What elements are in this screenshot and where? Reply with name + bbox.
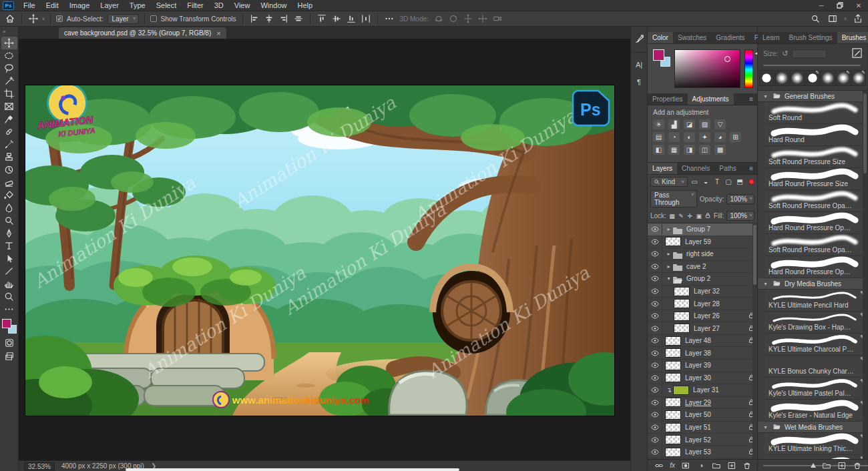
group-twisty-icon[interactable]: ▸ [665, 264, 672, 270]
panel-color-swatches[interactable] [653, 49, 670, 67]
brush-preset-tile[interactable]: Hard Round [765, 124, 867, 146]
layer-group-row[interactable]: ▸right side [648, 248, 757, 261]
recent-brush-tile[interactable] [790, 70, 805, 86]
layer-group-row[interactable]: ▸cave 2 [648, 261, 757, 274]
brush-group-header[interactable]: ▾Wet Media Brushes [758, 422, 867, 433]
tool-eraser[interactable] [1, 176, 17, 189]
adjustment-hue-saturation-icon[interactable]: ▤ [653, 132, 664, 142]
tool-edit-toolbar[interactable] [1, 303, 17, 316]
tool-shape[interactable] [1, 265, 17, 278]
workspace-switcher-icon[interactable] [827, 13, 839, 24]
tool-type[interactable] [1, 240, 17, 252]
visibility-eye-icon[interactable] [648, 434, 662, 446]
layer-row[interactable]: Layer 27 [648, 322, 757, 335]
tool-preset-chevron[interactable]: ˅ [42, 17, 45, 21]
layer-thumbnail[interactable] [665, 448, 681, 457]
tool-path-select[interactable] [1, 252, 17, 265]
layer-row[interactable]: Layer 59 [648, 236, 757, 249]
distribute-left-icon[interactable] [316, 13, 328, 24]
adjustment-photo-filter-icon[interactable]: ✦ [699, 132, 710, 142]
adjustment-levels-icon[interactable]: ▟ [668, 119, 680, 129]
layer-row[interactable]: Layer 30 [648, 372, 757, 385]
adjustment-channel-mixer-icon[interactable]: ◕ [714, 132, 726, 142]
tool-blur[interactable] [1, 201, 17, 214]
layer-group-row[interactable]: ▾Group 2 [648, 273, 757, 286]
adjustment-exposure-icon[interactable]: ▨ [699, 119, 710, 129]
layer-style-icon[interactable]: fx [670, 462, 675, 469]
tool-eyedropper[interactable] [1, 113, 17, 125]
brush-preset-tile[interactable]: ✎KYLE Ultimate Inking Thick 'n... [765, 433, 867, 455]
menu-select[interactable]: Select [151, 0, 182, 11]
menu-edit[interactable]: Edit [41, 0, 64, 11]
visibility-eye-icon[interactable] [648, 322, 662, 334]
share-icon[interactable] [852, 13, 864, 24]
layer-row[interactable]: Layer 29 [648, 397, 757, 410]
brush-preset-tile[interactable]: Soft Round Pressure Opacity a... [765, 234, 867, 256]
adjustment-black-white-icon[interactable]: ◐ [684, 132, 695, 142]
visibility-eye-icon[interactable] [648, 372, 662, 384]
layer-group-row[interactable]: ▸Group 7 [648, 223, 757, 236]
adjustments-tab-properties[interactable]: Properties [648, 93, 688, 105]
paragraph-panel-icon[interactable]: ¶ [632, 75, 646, 89]
visibility-eye-icon[interactable] [648, 286, 662, 298]
recent-brush-tile[interactable] [821, 70, 835, 86]
adjustment-brightness-contrast-icon[interactable]: ☀ [653, 119, 664, 129]
new-brush-group-icon[interactable] [822, 462, 831, 470]
visibility-eye-icon[interactable] [648, 335, 662, 347]
show-transform-checkbox[interactable] [150, 15, 157, 22]
layer-thumbnail[interactable] [665, 237, 681, 246]
tools-collapse-icon[interactable]: » [0, 28, 8, 37]
brush-preset-tile[interactable]: ✎KYLE Bonus Chunky Charcoal [765, 356, 867, 378]
brushes-tab-brushes[interactable]: Brushes [837, 32, 868, 43]
color-tab-color[interactable]: Color [648, 32, 673, 43]
filter-type-layers-icon[interactable]: T [712, 178, 722, 185]
blend-mode-dropdown[interactable]: Pass Through [650, 190, 697, 207]
layer-row[interactable]: Layer 38 [648, 347, 757, 360]
brushes-tab-brush-settings[interactable]: Brush Settings [785, 32, 837, 43]
brush-group-header[interactable]: ▾General Brushes [758, 91, 867, 102]
filter-smart-objects-icon[interactable]: ⬒ [735, 178, 744, 185]
workspace-chevron[interactable]: ˅ [844, 17, 847, 21]
distribute-bottom-icon[interactable] [345, 13, 357, 24]
tool-lasso[interactable] [1, 62, 17, 75]
reset-size-icon[interactable]: ↺ [782, 49, 788, 58]
brush-preset-tile[interactable]: ✎KYLE Ultimate Pencil Hard [765, 290, 867, 312]
color-swatches[interactable] [2, 319, 17, 334]
canvas-pasteboard[interactable]: Animation Ki Duniya Animation Ki Duniya … [19, 39, 630, 460]
new-group-icon[interactable] [712, 462, 721, 470]
minimize-button[interactable]: ─ [812, 0, 831, 11]
delete-layer-icon[interactable] [742, 462, 752, 470]
tool-brush[interactable] [1, 138, 17, 151]
screen-mode-icon[interactable] [5, 352, 14, 362]
visibility-eye-icon[interactable] [648, 360, 662, 372]
layer-thumbnail[interactable] [665, 373, 681, 382]
layer-thumbnail[interactable] [673, 386, 689, 395]
brush-preset-tile[interactable]: Soft Round Pressure Size [765, 146, 867, 168]
brush-preset-tile[interactable]: Hard Round Pressure Opacity [765, 212, 867, 234]
fill-value[interactable]: 100% [726, 211, 754, 221]
layer-row[interactable]: Layer 52 [648, 434, 757, 446]
tool-history-brush[interactable] [1, 163, 17, 176]
menu-view[interactable]: View [229, 0, 256, 11]
recent-brush-tile[interactable]: ✎ [805, 70, 820, 86]
brush-settings-panel-icon[interactable] [632, 32, 646, 45]
menu-window[interactable]: Window [255, 0, 292, 11]
layer-row[interactable]: Layer 50 [648, 409, 757, 422]
brush-preset-tile[interactable]: Hard Round Pressure Opacity... [765, 256, 867, 278]
brush-preset-tile[interactable]: ✎Kyle's Eraser - Natural Edge [765, 400, 867, 422]
tool-frame[interactable] [1, 100, 17, 113]
adjustments-panel-menu-icon[interactable]: ≡ [745, 93, 757, 105]
home-icon[interactable] [4, 13, 16, 24]
layer-thumbnail[interactable] [665, 423, 681, 432]
visibility-eye-icon[interactable] [648, 261, 662, 273]
brushes-scrollbar[interactable] [863, 91, 867, 459]
menu-3d[interactable]: 3D [209, 0, 229, 11]
visibility-eye-icon[interactable] [648, 397, 662, 409]
group-twisty-icon[interactable]: ▾ [762, 281, 769, 287]
tool-crop[interactable] [1, 87, 17, 100]
brush-preset-tile[interactable]: ✎Kyle's Ultimate Pastel Palooza [765, 378, 867, 400]
layer-thumbnail[interactable] [665, 410, 681, 420]
recent-brush-tile[interactable] [775, 70, 789, 86]
layer-thumbnail[interactable] [665, 361, 681, 370]
zoom-level-field[interactable]: 32.53% [24, 462, 55, 470]
